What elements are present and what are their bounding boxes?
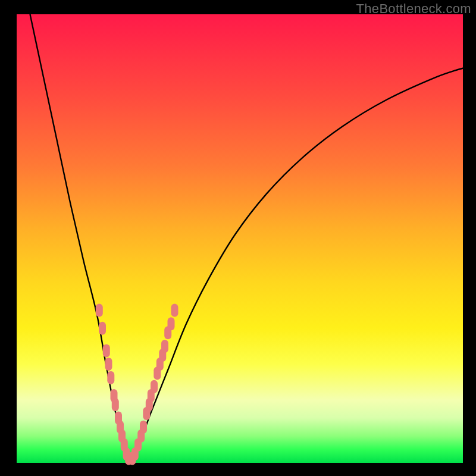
data-point-marker — [168, 317, 175, 330]
data-point-marker — [99, 322, 106, 335]
data-point-marker — [103, 345, 110, 358]
data-point-marker — [112, 398, 119, 411]
chart-overlay — [17, 14, 463, 463]
data-point-marker — [105, 358, 112, 371]
data-point-markers — [96, 304, 178, 465]
data-point-marker — [96, 304, 103, 317]
data-point-marker — [171, 304, 178, 317]
data-point-marker — [107, 371, 114, 384]
watermark-text: TheBottleneck.com — [356, 1, 471, 17]
data-point-marker — [140, 421, 147, 434]
bottleneck-curve — [30, 14, 464, 463]
data-point-marker — [161, 340, 168, 353]
chart-frame: TheBottleneck.com — [0, 0, 476, 476]
data-point-marker — [151, 380, 158, 393]
